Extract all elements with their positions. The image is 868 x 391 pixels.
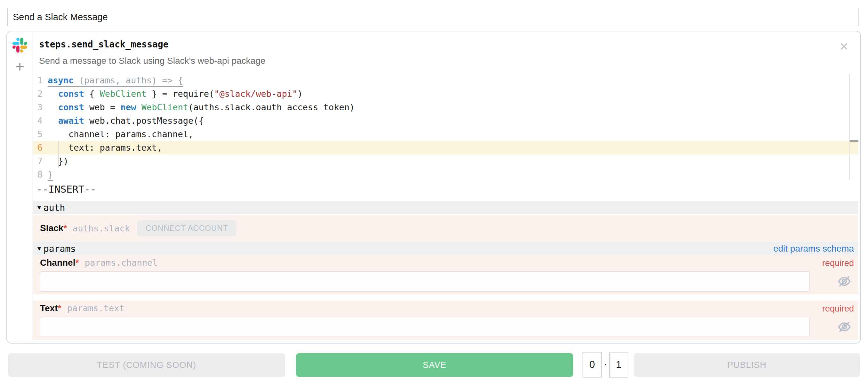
code-text: channel: params.channel, — [48, 128, 193, 141]
params-section-header[interactable]: ▼ params edit params schema — [33, 242, 859, 255]
param-field-hint: params.channel — [85, 258, 158, 268]
row-divider — [33, 294, 859, 301]
param-field-label: Text* — [40, 303, 61, 313]
code-line-1[interactable]: 1async (params, auths) => { — [33, 74, 859, 87]
code-text: const { WebClient } = require("@slack/we… — [48, 87, 303, 101]
auth-slack-row: Slack* auths.slack CONNECT ACCOUNT — [33, 215, 859, 242]
publish-button[interactable]: PUBLISH — [634, 353, 860, 377]
required-badge: required — [822, 304, 854, 314]
auth-section-label: auth — [43, 202, 65, 213]
required-asterisk: * — [58, 303, 61, 313]
params-section-label: params — [43, 244, 76, 254]
code-text: text: params.text, — [48, 141, 162, 155]
code-line-4[interactable]: 4 await web.chat.postMessage({ — [33, 114, 859, 128]
code-text: const web = new WebClient(auths.slack.oa… — [48, 101, 354, 114]
auth-field-hint: auths.slack — [73, 223, 130, 233]
step-description: Send a message to Slack using Slack's we… — [39, 56, 265, 66]
add-step-button[interactable]: + — [7, 59, 33, 74]
channel-input[interactable] — [40, 271, 810, 291]
version-separator: · — [603, 358, 609, 369]
eye-slash-icon[interactable] — [837, 320, 851, 334]
auth-section-header[interactable]: ▼ auth — [33, 201, 859, 214]
code-line-6[interactable]: 6 text: params.text, — [33, 141, 859, 155]
param-field-label: Channel* — [40, 258, 79, 268]
code-line-7[interactable]: 7 }) — [33, 155, 859, 168]
vim-mode-indicator: --INSERT-- — [36, 183, 96, 195]
param-row-channel: Channel* params.channel required — [33, 255, 859, 294]
step-title-input[interactable] — [7, 8, 859, 26]
line-number: 4 — [33, 114, 42, 128]
required-badge: required — [822, 258, 854, 268]
code-text: } — [48, 168, 53, 181]
collapse-triangle-icon: ▼ — [36, 204, 42, 211]
workflow-editor-page: + steps.send_slack_message Send a messag… — [0, 0, 868, 391]
code-line-5[interactable]: 5 channel: params.channel, — [33, 128, 859, 141]
line-number: 2 — [33, 87, 42, 101]
code-text: async (params, auths) => { — [48, 74, 183, 87]
auth-field-label: Slack* — [40, 223, 67, 233]
step-name: steps.send_slack_message — [39, 39, 169, 50]
line-number: 5 — [33, 128, 42, 141]
code-line-3[interactable]: 3 const web = new WebClient(auths.slack.… — [33, 101, 859, 114]
step-card: + steps.send_slack_message Send a messag… — [6, 31, 861, 343]
param-label-line: Channel* params.channel required — [33, 255, 859, 271]
editor-scrollbar-track — [849, 74, 850, 180]
step-content: steps.send_slack_message Send a message … — [33, 31, 859, 343]
connect-account-button[interactable]: CONNECT ACCOUNT — [137, 220, 237, 236]
param-label-line: Text* params.text required — [33, 301, 859, 317]
collapse-triangle-icon: ▼ — [36, 245, 42, 252]
close-icon[interactable]: × — [839, 40, 849, 52]
params-body: Channel* params.channel required — [33, 255, 859, 340]
editor-scrollbar-thumb[interactable] — [850, 140, 859, 142]
code-line-8[interactable]: 8} — [33, 168, 859, 181]
eye-slash-icon[interactable] — [837, 274, 851, 288]
line-number: 3 — [33, 101, 42, 114]
edit-params-schema-link[interactable]: edit params schema — [773, 244, 854, 254]
required-asterisk: * — [63, 223, 67, 233]
line-number: 1 — [33, 74, 42, 87]
slack-logo-icon — [12, 38, 27, 53]
line-number: 7 — [33, 155, 42, 168]
test-button[interactable]: TEST (COMING SOON) — [8, 353, 285, 377]
line-number: 6 — [33, 141, 42, 155]
save-button[interactable]: SAVE — [296, 353, 573, 377]
version-minor-input[interactable]: 1 — [609, 352, 628, 378]
indent-guide — [58, 141, 59, 168]
code-line-2[interactable]: 2 const { WebClient } = require("@slack/… — [33, 87, 859, 101]
line-number: 8 — [33, 168, 42, 181]
code-text: await web.chat.postMessage({ — [48, 114, 204, 128]
text-input[interactable] — [40, 317, 810, 337]
step-rail: + — [7, 31, 33, 343]
param-row-text: Text* params.text required — [33, 301, 859, 340]
code-editor[interactable]: 1async (params, auths) => {2 const { Web… — [33, 74, 859, 181]
required-asterisk: * — [75, 258, 79, 268]
param-field-hint: params.text — [67, 303, 124, 313]
code-lines: 1async (params, auths) => {2 const { Web… — [33, 74, 859, 181]
version-major-input[interactable]: 0 — [583, 352, 602, 378]
